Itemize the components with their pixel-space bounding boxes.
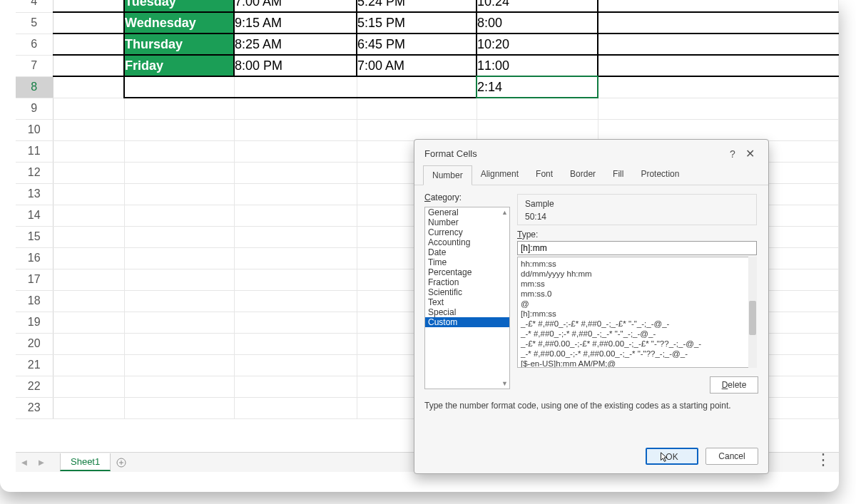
cell-in[interactable]: 8:25 AM xyxy=(234,34,357,55)
dialog-tabs: Number Alignment Font Border Fill Protec… xyxy=(414,165,768,185)
row-header[interactable]: 10 xyxy=(16,119,53,140)
row-header[interactable]: 7 xyxy=(16,55,53,76)
cell-out[interactable]: 6:45 PM xyxy=(357,34,477,55)
row-header[interactable]: 6 xyxy=(16,34,53,55)
row-header[interactable]: 17 xyxy=(16,269,53,290)
row-header[interactable]: 20 xyxy=(16,333,53,354)
dialog-title: Format Cells xyxy=(424,148,724,159)
cell-out[interactable]: 5:24 PM xyxy=(357,0,477,12)
type-label: Type: xyxy=(517,230,538,240)
cell-day[interactable]: Wednesday xyxy=(124,12,234,34)
format-cells-dialog: Format Cells ? ✕ Number Alignment Font B… xyxy=(414,139,769,474)
type-options-listbox[interactable]: hh:mm:ss dd/mm/yyyy hh:mm mm:ss mm:ss.0 … xyxy=(517,257,757,368)
sheet-tab[interactable]: Sheet1 xyxy=(60,453,111,471)
cell-in[interactable]: 9:15 AM xyxy=(234,12,357,34)
cell-dur[interactable]: 8:00 xyxy=(477,12,598,34)
category-item[interactable]: Fraction xyxy=(425,277,509,287)
cell-dur[interactable]: 10:20 xyxy=(477,34,598,55)
category-item[interactable]: Date xyxy=(425,247,509,257)
sample-value: 50:14 xyxy=(525,209,749,222)
help-button[interactable]: ? xyxy=(724,148,741,160)
tab-fill[interactable]: Fill xyxy=(604,165,632,185)
row-header[interactable]: 13 xyxy=(16,183,53,205)
row-header[interactable]: 11 xyxy=(16,140,53,162)
cell-in[interactable]: 8:00 PM xyxy=(234,55,357,76)
delete-button[interactable]: Delete xyxy=(710,376,758,394)
ok-button[interactable]: OK xyxy=(646,448,698,465)
close-button[interactable]: ✕ xyxy=(741,147,758,160)
prev-sheet-button[interactable]: ◄ xyxy=(16,453,33,472)
more-options-icon[interactable]: ⋮ xyxy=(815,451,832,469)
row-header[interactable]: 23 xyxy=(16,397,53,418)
tab-font[interactable]: Font xyxy=(527,165,561,185)
category-item[interactable]: General xyxy=(425,207,509,217)
sample-box: Sample 50:14 xyxy=(517,194,757,225)
tab-border[interactable]: Border xyxy=(561,165,604,185)
cell-out[interactable]: 5:15 PM xyxy=(357,12,477,34)
type-input[interactable] xyxy=(517,241,757,255)
row-header[interactable]: 14 xyxy=(16,205,53,226)
new-sheet-button[interactable] xyxy=(111,453,132,472)
hint-text: Type the number format code, using one o… xyxy=(424,401,731,411)
sample-label: Sample xyxy=(525,199,749,209)
row-header[interactable]: 8 xyxy=(16,76,53,98)
row-header[interactable]: 16 xyxy=(16,247,53,269)
row-header[interactable]: 9 xyxy=(16,98,53,119)
cell-dur[interactable]: 10:24 xyxy=(477,0,598,12)
tab-protection[interactable]: Protection xyxy=(632,165,688,185)
cancel-button[interactable]: Cancel xyxy=(705,448,758,465)
cell-day[interactable]: Thursday xyxy=(124,34,234,55)
cell-dur[interactable]: 11:00 xyxy=(477,55,598,76)
row-header[interactable]: 5 xyxy=(16,12,53,34)
category-item[interactable]: Scientific xyxy=(425,287,509,297)
category-item[interactable]: Text xyxy=(425,297,509,307)
row-header[interactable]: 22 xyxy=(16,376,53,397)
category-item[interactable]: Time xyxy=(425,257,509,267)
cell-day[interactable]: Friday xyxy=(124,55,234,76)
row-header[interactable]: 18 xyxy=(16,290,53,312)
cell-day[interactable]: Tuesday xyxy=(124,0,234,12)
category-listbox[interactable]: ▲ General Number Currency Accounting Dat… xyxy=(424,207,510,389)
cell-out[interactable]: 7:00 AM xyxy=(357,55,477,76)
category-item[interactable]: Percentage xyxy=(425,267,509,277)
category-item-selected[interactable]: Custom xyxy=(425,317,509,327)
selected-cell[interactable]: 2:14 xyxy=(477,76,598,98)
category-item[interactable]: Number xyxy=(425,217,509,227)
category-item[interactable]: Currency xyxy=(425,227,509,237)
tab-alignment[interactable]: Alignment xyxy=(472,165,527,185)
cell-in[interactable]: 7:00 AM xyxy=(234,0,357,12)
row-header[interactable]: 12 xyxy=(16,162,53,183)
scroll-down-icon[interactable]: ▼ xyxy=(501,380,508,387)
scroll-up-icon[interactable]: ▲ xyxy=(501,209,508,216)
category-item[interactable]: Special xyxy=(425,307,509,317)
row-header[interactable]: 21 xyxy=(16,354,53,376)
row-header[interactable]: 15 xyxy=(16,226,53,247)
next-sheet-button[interactable]: ► xyxy=(33,453,50,472)
category-item[interactable]: Accounting xyxy=(425,237,509,247)
row-header[interactable]: 4 xyxy=(16,0,53,12)
tab-number[interactable]: Number xyxy=(423,165,472,185)
row-header[interactable]: 19 xyxy=(16,312,53,333)
scrollbar-thumb[interactable] xyxy=(749,301,756,335)
type-scrollbar[interactable] xyxy=(748,257,757,368)
